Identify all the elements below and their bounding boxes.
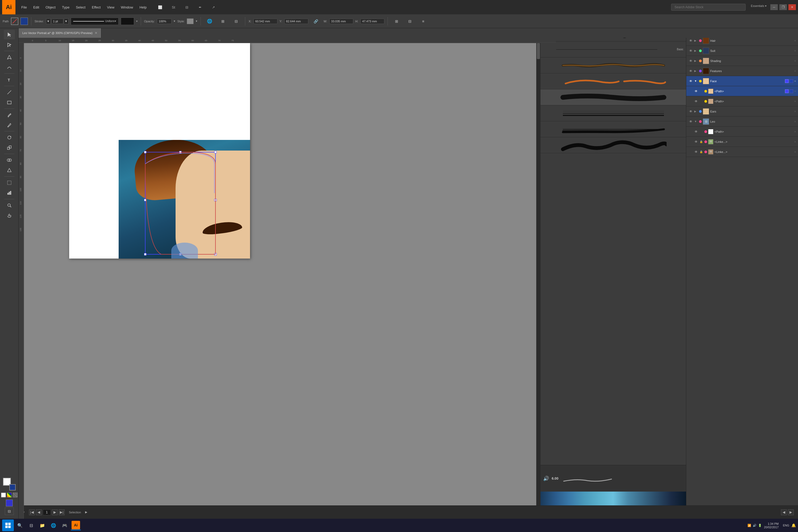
brush-row-8[interactable] bbox=[540, 137, 686, 153]
taskbar-taskview[interactable]: ⊟ bbox=[26, 520, 36, 530]
menu-help[interactable]: Help bbox=[137, 4, 149, 11]
essentials-label[interactable]: Essentials ▾ bbox=[751, 4, 766, 10]
eye-ears[interactable]: 👁 bbox=[688, 110, 693, 113]
taskbar-explorer[interactable]: 📁 bbox=[37, 520, 48, 530]
selection-tool[interactable] bbox=[4, 30, 15, 39]
layout-icon[interactable]: ⊟ bbox=[181, 2, 192, 12]
taskbar-search[interactable]: 🔍 bbox=[15, 520, 25, 530]
expand-hair[interactable]: ▶ bbox=[694, 39, 698, 42]
scroll-left-btn[interactable]: ◀ bbox=[781, 509, 787, 515]
page-input[interactable] bbox=[43, 509, 51, 515]
layer-row-leo-link2[interactable]: 👁 🔒 🖼 <Linke...> ○ bbox=[686, 147, 798, 157]
menu-select[interactable]: Select bbox=[73, 4, 88, 11]
layer-row-leo[interactable]: 👁 ▼ 🖼 Leo ○ bbox=[686, 116, 798, 127]
eye-hair[interactable]: 👁 bbox=[688, 39, 693, 42]
stroke-value-input[interactable] bbox=[51, 19, 63, 24]
layer-row-path1[interactable]: 👁 ▶ <Path> ○ bbox=[686, 86, 798, 96]
fill-icon[interactable] bbox=[1, 493, 6, 497]
rotate-tool[interactable] bbox=[4, 133, 15, 142]
w-input[interactable] bbox=[329, 19, 353, 24]
stroke-increase[interactable]: ▾ bbox=[64, 18, 69, 24]
live-paint-tool[interactable] bbox=[4, 166, 15, 175]
layer-row-path2[interactable]: 👁 ▶ <Path> ○ bbox=[686, 96, 798, 107]
close-button[interactable]: ✕ bbox=[788, 4, 796, 10]
eye-face[interactable]: 👁 bbox=[688, 79, 693, 83]
scroll-thumb-v[interactable] bbox=[537, 43, 540, 59]
expand-ears[interactable]: ▶ bbox=[694, 110, 698, 113]
eye-suit[interactable]: 👁 bbox=[688, 49, 693, 53]
nav-first[interactable]: |◀ bbox=[29, 509, 35, 515]
x-input[interactable] bbox=[253, 19, 278, 24]
stroke-decrease[interactable]: ▾ bbox=[46, 18, 51, 24]
layer-row-features[interactable]: 👁 ▶ Features ○ bbox=[686, 66, 798, 76]
eye-leo-link2[interactable]: 👁 bbox=[694, 150, 699, 154]
layer-row-leo-path[interactable]: 👁 ▶ <Path> ○ bbox=[686, 127, 798, 137]
stroke-color-swatch[interactable] bbox=[20, 18, 28, 25]
align-icon[interactable]: ⊟ bbox=[231, 17, 242, 26]
eye-leo[interactable]: 👁 bbox=[688, 120, 693, 124]
layer-row-leo-link1[interactable]: 👁 🔒 🖼 <Linke...> ○ bbox=[686, 137, 798, 147]
canvas-area[interactable] bbox=[24, 38, 540, 519]
stroke-style-selector[interactable]: Uniform ▾ bbox=[71, 18, 119, 25]
layer-row-shading[interactable]: 👁 ▶ Shading ○ bbox=[686, 56, 798, 66]
artboard-tool[interactable] bbox=[4, 178, 15, 188]
layer-row-suit[interactable]: 👁 ▶ Suit ○ bbox=[686, 46, 798, 56]
brush-row-6[interactable] bbox=[540, 105, 686, 121]
transform-options-icon[interactable]: ⊞ bbox=[391, 17, 402, 26]
shape-builder-tool[interactable] bbox=[4, 155, 15, 165]
path-color-swatch[interactable] bbox=[11, 18, 18, 25]
color-display[interactable] bbox=[121, 18, 134, 25]
menu-object[interactable]: Object bbox=[43, 4, 58, 11]
taskbar-steam[interactable]: 🎮 bbox=[60, 520, 70, 530]
gradient-icon[interactable] bbox=[7, 493, 12, 497]
stroke-swatch[interactable] bbox=[9, 484, 16, 491]
pen-tool[interactable] bbox=[4, 52, 15, 62]
pencil-tool[interactable] bbox=[4, 110, 15, 120]
graph-tool[interactable] bbox=[4, 188, 15, 198]
extension-icon[interactable]: ⬜ bbox=[155, 2, 166, 12]
eye-path1[interactable]: 👁 bbox=[694, 89, 699, 93]
menu-effect[interactable]: Effect bbox=[89, 4, 103, 11]
arrange-icon[interactable]: ≡ bbox=[418, 17, 429, 26]
brush-row-4[interactable] bbox=[540, 73, 686, 89]
link-icon[interactable]: 🌐 bbox=[204, 17, 215, 26]
nav-prev[interactable]: ◀ bbox=[36, 509, 42, 515]
transform-icon[interactable]: ⊞ bbox=[217, 17, 228, 26]
canvas-scrollbar-vertical[interactable] bbox=[536, 38, 540, 519]
opacity-input[interactable] bbox=[157, 19, 172, 24]
eye-shading[interactable]: 👁 bbox=[688, 59, 693, 63]
link-dimensions-icon[interactable]: 🔗 bbox=[310, 17, 322, 26]
search-stock-input[interactable] bbox=[671, 4, 746, 11]
menu-view[interactable]: View bbox=[104, 4, 117, 11]
restore-button[interactable]: ❐ bbox=[779, 4, 787, 10]
expand-features[interactable]: ▶ bbox=[694, 70, 698, 72]
type-tool[interactable]: T bbox=[4, 75, 15, 84]
line-tool[interactable] bbox=[4, 88, 15, 97]
brush-row-3[interactable] bbox=[540, 57, 686, 73]
eye-leo-path[interactable]: 👁 bbox=[694, 130, 699, 134]
expand-leo[interactable]: ▼ bbox=[694, 120, 698, 123]
pen-icon[interactable]: ✒ bbox=[194, 2, 206, 12]
menu-edit[interactable]: Edit bbox=[31, 4, 42, 11]
taskbar-illustrator[interactable]: Ai bbox=[71, 520, 81, 530]
notifications-icon[interactable]: 🔔 bbox=[791, 523, 796, 528]
clock-display[interactable]: 1:34 PM 20/02/2017 bbox=[764, 522, 779, 529]
style-swatch[interactable] bbox=[187, 18, 194, 24]
stock-icon[interactable]: St bbox=[168, 2, 179, 12]
more-options-icon[interactable]: ⊟ bbox=[404, 17, 416, 26]
fill-stroke-display[interactable] bbox=[3, 478, 16, 491]
menu-file[interactable]: File bbox=[19, 4, 30, 11]
brush-tool[interactable] bbox=[4, 120, 15, 130]
curvature-tool[interactable] bbox=[4, 62, 15, 72]
document-tab[interactable]: Leo Vector Portrait.ai* @ 300% (CMYK/GPU… bbox=[19, 28, 101, 38]
zoom-tool[interactable] bbox=[4, 201, 15, 210]
brush-row-basic[interactable]: Basic bbox=[540, 41, 686, 57]
direct-selection-tool[interactable] bbox=[4, 40, 15, 50]
tab-close-button[interactable]: ✕ bbox=[95, 31, 97, 35]
eye-leo-link1[interactable]: 👁 bbox=[694, 140, 699, 144]
expand-shading[interactable]: ▶ bbox=[694, 59, 698, 62]
brush-row-5[interactable] bbox=[540, 89, 686, 105]
color-mode-icon[interactable] bbox=[6, 499, 13, 507]
share-icon[interactable]: ↗ bbox=[208, 2, 219, 12]
screen-mode-icon[interactable]: ⊟ bbox=[5, 508, 14, 515]
